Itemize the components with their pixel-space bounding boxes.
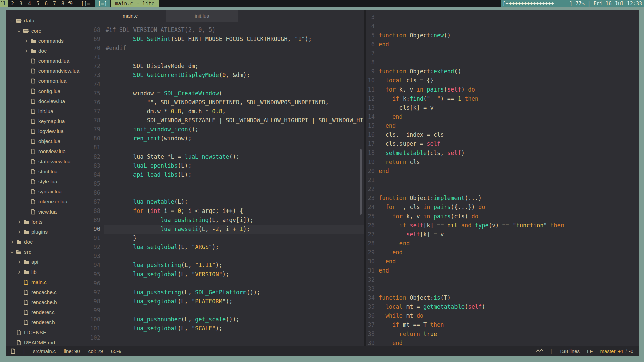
code-line-96[interactable]: 96 (82, 279, 364, 288)
code-line-29[interactable]: 29 end (366, 248, 639, 257)
code-line-68[interactable]: 68#if SDL_VERSION_ATLEAST(2, 0, 5) (82, 25, 364, 35)
code-line-83[interactable]: 83 luaL_openlibs(L); (82, 161, 364, 170)
tree-item-rootview.lua[interactable]: rootview.lua (6, 146, 82, 157)
code-line-74[interactable]: 74 (82, 80, 364, 89)
workspace-5[interactable]: 5 (34, 0, 42, 7)
tree-item-init.lua[interactable]: init.lua (6, 106, 82, 116)
tree-item-syntax.lua[interactable]: syntax.lua (6, 187, 82, 197)
code-line-14[interactable]: 14 end (366, 112, 639, 121)
tree-item-logview.lua[interactable]: logview.lua (6, 126, 82, 136)
workspace-4[interactable]: 4 (25, 0, 34, 7)
code-line-34[interactable]: 34function Object:is(T) (366, 293, 639, 302)
code-line-87[interactable]: 87 lua_newtable(L); (82, 197, 364, 206)
workspace-3[interactable]: 3 (17, 0, 25, 7)
code-line-90[interactable]: 90 lua_rawseti(L, -2, i + 1); (82, 225, 364, 234)
code-line-28[interactable]: 28 end (366, 239, 639, 248)
workspace-6[interactable]: 6 (42, 0, 50, 7)
code-line-25[interactable]: 25 for k, v in pairs(cls) do (366, 212, 639, 221)
code-line-94[interactable]: 94 lua_pushstring(L, "1.11"); (82, 261, 364, 270)
tree-item-renderer.h[interactable]: renderer.h (6, 317, 82, 327)
code-line-92[interactable]: 92 lua_setglobal(L, "ARGS"); (82, 243, 364, 252)
code-line-18[interactable]: 18 setmetatable(cls, self) (366, 148, 639, 158)
workspace-9[interactable]: 9 (67, 0, 75, 7)
code-line-77[interactable]: 77 dm.w * 0.8, dm.h * 0.8, (82, 107, 364, 116)
code-line-13[interactable]: 13 cls[k] = v (366, 103, 639, 112)
tree-item-plugins[interactable]: plugins (6, 227, 82, 237)
code-line-75[interactable]: 75 window = SDL_CreateWindow( (82, 89, 364, 98)
code-line-82[interactable]: 82 lua_State *L = luaL_newstate(); (82, 152, 364, 161)
code-line-33[interactable]: 33 (366, 284, 639, 293)
tree-item-view.lua[interactable]: view.lua (6, 207, 82, 217)
code-line-19[interactable]: 19 return cls (366, 158, 639, 167)
tree-item-rencache.h[interactable]: rencache.h (6, 297, 82, 307)
tree-item-docview.lua[interactable]: docview.lua (6, 96, 82, 106)
tab-init.lua[interactable]: init.lua (166, 10, 238, 22)
tree-item-command.lua[interactable]: command.lua (6, 56, 82, 66)
code-line-84[interactable]: 84 api_load_libs(L); (82, 170, 364, 179)
tree-item-keymap.lua[interactable]: keymap.lua (6, 116, 82, 126)
tab-main.c[interactable]: main.c (94, 10, 166, 22)
tree-item-commands[interactable]: commands (6, 36, 82, 46)
code-line-6[interactable]: 6end (366, 40, 639, 49)
code-line-76[interactable]: 76 "", SDL_WINDOWPOS_UNDEFINED, SDL_WIND… (82, 98, 364, 107)
tree-item-tokenizer.lua[interactable]: tokenizer.lua (6, 197, 82, 207)
code-line-38[interactable]: 38 return true (366, 329, 639, 339)
code-line-22[interactable]: 22 (366, 185, 639, 194)
workspace-1[interactable]: 1 (0, 0, 8, 7)
layout-symbol[interactable]: []= (78, 0, 93, 7)
code-line-5[interactable]: 5function Object:new() (366, 31, 639, 40)
code-line-99[interactable]: 99 (82, 306, 364, 315)
tree-item-api[interactable]: api (6, 257, 82, 267)
code-line-20[interactable]: 20end (366, 167, 639, 176)
code-line-81[interactable]: 81 (82, 143, 364, 152)
code-line-11[interactable]: 11 for k, v in pairs(self) do (366, 85, 639, 94)
tree-item-statusview.lua[interactable]: statusview.lua (6, 157, 82, 167)
tree-item-LICENSE[interactable]: LICENSE (6, 327, 82, 338)
tree-item-fonts[interactable]: fonts (6, 217, 82, 227)
code-line-9[interactable]: 9function Object:extend() (366, 67, 639, 76)
tree-item-core[interactable]: core (6, 26, 82, 36)
workspace-2[interactable]: 2 (8, 0, 17, 7)
code-line-73[interactable]: 73 SDL_GetCurrentDisplayMode(0, &dm); (82, 71, 364, 80)
tree-item-rencache.c[interactable]: rencache.c (6, 287, 82, 297)
code-line-32[interactable]: 32 (366, 275, 639, 284)
tree-item-src[interactable]: src (6, 247, 82, 257)
code-line-31[interactable]: 31end (366, 266, 639, 275)
tree-item-common.lua[interactable]: common.lua (6, 76, 82, 86)
code-line-8[interactable]: 8 (366, 58, 639, 67)
statusbar-line-info[interactable]: line: 90 (64, 348, 80, 354)
code-line-10[interactable]: 10 local cls = {} (366, 76, 639, 85)
code-line-86[interactable]: 86 (82, 188, 364, 197)
code-line-71[interactable]: 71 (82, 53, 364, 62)
code-line-39[interactable]: 39 end (366, 339, 639, 346)
tree-item-data[interactable]: data (6, 16, 82, 26)
code-line-24[interactable]: 24 for _, cls in pairs({...}) do (366, 203, 639, 212)
tree-item-doc[interactable]: doc (6, 237, 82, 247)
tree-item-README.md[interactable]: README.md (6, 338, 82, 346)
code-line-95[interactable]: 95 lua_setglobal(L, "VERSION"); (82, 270, 364, 279)
code-line-101[interactable]: 101 lua_setglobal(L, "SCALE"); (82, 324, 364, 333)
layout-symbol-selected[interactable]: [=] (95, 0, 110, 7)
code-line-85[interactable]: 85 (82, 179, 364, 188)
code-line-93[interactable]: 93 (82, 252, 364, 261)
code-line-27[interactable]: 27 self[k] = v (366, 230, 639, 239)
code-line-79[interactable]: 79 init_window_icon(); (82, 125, 364, 134)
workspace-7[interactable]: 7 (50, 0, 59, 7)
code-line-36[interactable]: 36 while mt do (366, 311, 639, 320)
code-line-16[interactable]: 16 cls.__index = cls (366, 130, 639, 139)
code-line-88[interactable]: 88 for (int i = 0; i < argc; i++) { (82, 206, 364, 216)
scrollbar-thumb[interactable] (360, 149, 362, 215)
code-line-78[interactable]: 78 SDL_WINDOW_RESIZABLE | SDL_WINDOW_ALL… (82, 116, 364, 125)
statusbar-col-info[interactable]: col: 29 (88, 348, 103, 354)
tree-item-lib[interactable]: lib (6, 267, 82, 277)
code-line-97[interactable]: 97 lua_pushstring(L, SDL_GetPlatform()); (82, 288, 364, 297)
code-line-98[interactable]: 98 lua_setglobal(L, "PLATFORM"); (82, 297, 364, 306)
code-line-100[interactable]: 100 lua_pushnumber(L, get_scale()); (82, 315, 364, 324)
code-line-3[interactable]: 3 (366, 13, 639, 22)
code-line-23[interactable]: 23function Object:implement(...) (366, 194, 639, 203)
code-line-89[interactable]: 89 lua_pushstring(L, argv[i]); (82, 216, 364, 225)
tree-item-commandview.lua[interactable]: commandview.lua (6, 66, 82, 76)
code-line-80[interactable]: 80 ren_init(window); (82, 134, 364, 143)
code-line-35[interactable]: 35 local mt = getmetatable(self) (366, 302, 639, 311)
workspace-8[interactable]: 8 (59, 0, 67, 7)
